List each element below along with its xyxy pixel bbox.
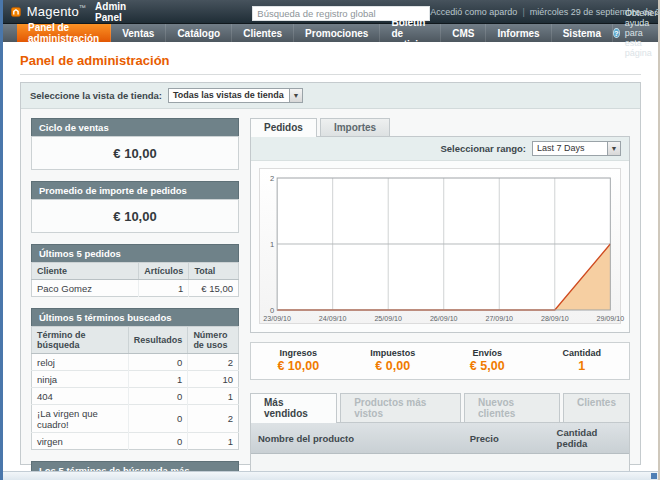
widget-title: Ciclo de ventas [31,118,239,136]
nav-item-cms[interactable]: CMS [441,24,486,42]
cell-uses: 2 [188,354,239,371]
orders-area-chart: 01223/09/1024/09/1025/09/1026/09/1027/09… [262,173,616,323]
tab-nuevos-clientes[interactable]: Nuevos clientes [464,393,560,422]
column-header[interactable]: Término de búsqueda [32,327,129,354]
dashboard-box: Seleccione la vista de tienda: Todas las… [20,82,641,465]
cell-results: 0 [128,354,188,371]
table-row[interactable]: 404 0 1 [32,388,239,405]
tab-clientes[interactable]: Clientes [563,393,630,422]
nav-item-promociones[interactable]: Promociones [294,24,380,42]
svg-text:26/09/10: 26/09/10 [430,314,458,323]
total-value: 1 [535,359,630,373]
cell-total: € 15,00 [189,280,239,297]
total-value: € 0,00 [346,359,441,373]
svg-text:25/09/10: 25/09/10 [374,314,402,323]
nav-item-dashboard[interactable]: Panel de administración [17,24,111,42]
cell-term: reloj [32,354,129,371]
cell-term: 404 [32,388,129,405]
nav-item-boletin[interactable]: Boletín de noticias [380,24,441,42]
browser-frame: Magento™ Admin Panel Accedió como apardo… [0,0,660,480]
cell-items: 1 [139,280,189,297]
chevron-down-icon: ▼ [289,89,302,102]
lifetime-sales-value: € 10,00 [113,146,156,161]
widget-title: Últimos 5 términos buscados [31,308,239,326]
total-value: € 5,00 [440,359,535,373]
svg-text:27/09/10: 27/09/10 [485,314,513,323]
orders-tab-panel: Seleccionar rango: Last 7 Days ▼ 01223/0… [250,136,630,333]
table-row[interactable]: ninja 1 10 [32,371,239,388]
total-label: Impuestos [346,348,441,358]
widget-title: Últimos 5 pedidos [31,244,239,262]
table-row[interactable]: ¡La virgen que cuadro! 0 2 [32,405,239,433]
total-label: Cantidad [535,348,630,358]
svg-text:24/09/10: 24/09/10 [319,314,347,323]
total-label: Ingresos [251,348,346,358]
column-header[interactable]: Nombre del producto [251,423,463,454]
table-row[interactable]: virgen 0 1 [32,433,239,450]
cell-uses: 1 [188,388,239,405]
range-select[interactable]: Last 7 Days ▼ [532,141,621,156]
total-impuestos: Impuestos € 0,00 [346,348,441,373]
resize-handle-icon[interactable] [651,473,657,479]
column-header[interactable]: Cantidad pedida [550,423,629,454]
magento-logo: Magento™ Admin Panel [11,1,132,23]
status-bar [3,471,658,480]
widget-last-searches: Últimos 5 términos buscados Término de b… [31,308,239,450]
range-value: Last 7 Days [533,142,607,155]
column-header[interactable]: Número de usos [188,327,239,354]
app-header: Magento™ Admin Panel Accedió como apardo… [3,0,658,24]
column-header[interactable]: Cliente [32,263,139,280]
tab-importes[interactable]: Importes [320,118,390,136]
cell-term: virgen [32,433,129,450]
nav-item-ventas[interactable]: Ventas [111,24,166,42]
diagram-tabs: Pedidos Importes [250,118,630,136]
cell-term: ¡La virgen que cuadro! [32,405,129,433]
cell-uses: 1 [188,433,239,450]
total-ingresos: Ingresos € 10,00 [251,348,346,373]
svg-text:28/09/10: 28/09/10 [541,314,569,323]
cell-uses: 10 [188,371,239,388]
chevron-down-icon: ▼ [607,142,620,155]
column-header[interactable]: Precio [463,423,550,454]
help-link[interactable]: ? Obtener ayuda para esta página [613,24,660,42]
store-view-select[interactable]: Todas las vistas de tienda ▼ [168,88,303,103]
nav-item-clientes[interactable]: Clientes [232,24,294,42]
widget-average-orders: Promedio de importe de pedidos € 10,00 [31,181,239,233]
page-title: Panel de administración [20,50,641,75]
cell-uses: 2 [188,405,239,433]
logged-in-as: Accedió como apardo [430,7,517,17]
store-switcher-bar: Seleccione la vista de tienda: Todas las… [21,83,640,109]
dashboard-right-column: Pedidos Importes Seleccionar rango: Last… [250,118,630,480]
cell-results: 0 [128,433,188,450]
table-row[interactable]: Paco Gomez 1 € 15,00 [32,280,239,297]
dashboard-left-column: Ciclo de ventas € 10,00 Promedio de impo… [31,118,239,480]
store-switcher-label: Seleccione la vista de tienda: [30,90,162,101]
total-label: Envíos [440,348,535,358]
svg-text:29/09/10: 29/09/10 [597,314,625,323]
column-header[interactable]: Total [189,263,239,280]
cell-term: ninja [32,371,129,388]
store-view-value: Todas las vistas de tienda [169,89,289,102]
table-row[interactable]: reloj 0 2 [32,354,239,371]
last-searches-table: Término de búsqueda Resultados Número de… [31,326,239,450]
tab-pedidos[interactable]: Pedidos [250,118,317,137]
grid-tabs: Más vendidos Productos más vistos Nuevos… [250,393,630,422]
cell-results: 1 [128,371,188,388]
column-header[interactable]: Artículos [139,263,189,280]
nav-item-catalogo[interactable]: Catálogo [166,24,232,42]
total-envios: Envíos € 5,00 [440,348,535,373]
nav-item-sistema[interactable]: Sistema [552,24,613,42]
tab-productos-mas-vistos[interactable]: Productos más vistos [340,393,461,422]
brand-suffix: Admin Panel [95,1,132,23]
nav-item-informes[interactable]: Informes [486,24,551,42]
trademark-symbol: ™ [79,4,86,11]
column-header[interactable]: Resultados [128,327,188,354]
range-label: Seleccionar rango: [440,143,526,154]
total-cantidad: Cantidad 1 [535,348,630,373]
tab-mas-vendidos[interactable]: Más vendidos [250,393,337,423]
range-bar: Seleccionar rango: Last 7 Days ▼ [251,137,629,161]
cell-results: 0 [128,405,188,433]
help-icon: ? [613,28,620,38]
magento-logo-icon [11,4,21,20]
brand-text: Magento™ [27,4,86,19]
